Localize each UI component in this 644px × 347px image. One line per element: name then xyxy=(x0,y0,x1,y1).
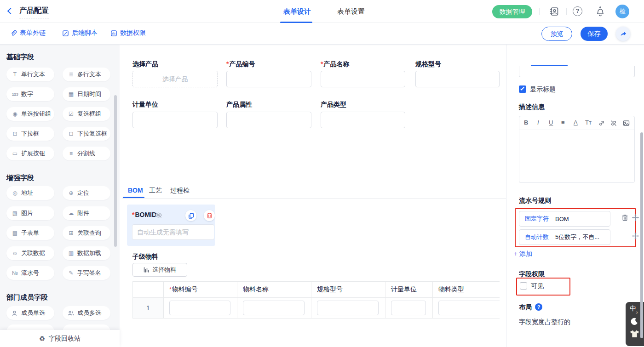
tab-form-design[interactable]: 表单设计 xyxy=(283,7,311,16)
material-name-input[interactable] xyxy=(243,301,305,315)
tab-form-settings[interactable]: 表单设置 xyxy=(337,7,365,16)
select-material-button[interactable]: 选择物料 xyxy=(132,263,187,277)
unit-cell-input[interactable] xyxy=(391,301,426,315)
field-item-checkbox-group[interactable]: ☑复选框组 xyxy=(63,107,110,121)
material-type-input[interactable] xyxy=(438,301,500,315)
tab-process-check[interactable]: 过程检 xyxy=(170,187,190,195)
address-book-icon[interactable] xyxy=(549,6,559,17)
textarea-icon: ≣ xyxy=(68,71,75,78)
eye-off-icon xyxy=(155,212,162,218)
notification-bell-icon[interactable] xyxy=(595,6,605,17)
field-item-extend-button[interactable]: ▭扩展按钮 xyxy=(6,147,54,160)
field-item-location[interactable]: ⊕定位 xyxy=(63,186,110,200)
field-item-multi-line-text[interactable]: ≣多行文本 xyxy=(63,68,110,81)
serial-rule-auto-count[interactable]: 自动计数 5位数字，不自... xyxy=(519,229,610,245)
font-color-icon[interactable]: A xyxy=(574,119,578,126)
field-item-attachment[interactable]: ☁附件 xyxy=(63,206,110,220)
move-rule-icon[interactable] xyxy=(632,214,639,222)
dropdown-icon: ⊡ xyxy=(12,131,18,137)
product-name-input[interactable] xyxy=(321,71,405,87)
field-label-product-name: *产品名称 xyxy=(321,60,349,68)
field-item-multi-dropdown[interactable]: ⊟下拉复选框 xyxy=(63,127,110,141)
underline-icon[interactable]: U xyxy=(549,119,553,126)
product-type-input[interactable] xyxy=(321,112,405,128)
show-title-checkbox[interactable] xyxy=(519,85,526,93)
product-code-input[interactable] xyxy=(226,71,311,87)
spec-model-input[interactable] xyxy=(415,71,500,87)
paperclip-icon xyxy=(10,30,17,37)
form-external-link[interactable]: 表单外链 xyxy=(10,29,46,37)
field-item-subform[interactable]: ▤子表单 xyxy=(6,226,54,240)
radio-icon: ◉ xyxy=(12,111,18,117)
language-toggle-icon[interactable]: 中ɔ xyxy=(630,305,636,313)
data-permission-link[interactable]: 数据权限 xyxy=(110,29,146,37)
select-product-input[interactable] xyxy=(132,71,218,87)
preview-button[interactable]: 预览 xyxy=(541,27,572,41)
field-item-datetime[interactable]: ▦日期时间 xyxy=(63,87,110,101)
product-attr-input[interactable] xyxy=(226,112,311,128)
back-icon[interactable] xyxy=(8,9,13,13)
layout-label: 布局 xyxy=(519,303,532,312)
align-icon[interactable]: ≡ xyxy=(561,119,565,126)
description-textarea[interactable] xyxy=(519,130,634,182)
delete-field-button[interactable] xyxy=(204,210,215,221)
field-item-number[interactable]: 123数字 xyxy=(6,87,54,101)
field-item-related-query[interactable]: ⊞关联查询 xyxy=(63,226,110,240)
field-item-image[interactable]: ▧图片 xyxy=(6,206,54,220)
move-rule-icon[interactable] xyxy=(632,232,639,240)
link-icon[interactable] xyxy=(598,120,605,126)
visible-checkbox[interactable] xyxy=(520,282,527,290)
unlink-icon[interactable] xyxy=(610,120,617,126)
description-editor[interactable]: B I U ≡ A Tᴛ xyxy=(519,116,635,183)
theme-tshirt-icon[interactable] xyxy=(630,330,639,338)
font-size-icon[interactable]: Tᴛ xyxy=(585,119,592,126)
col-header-material-code: *物料编号 xyxy=(164,282,237,298)
backend-script-link[interactable]: 后端脚本 xyxy=(62,29,98,37)
field-item-data-load[interactable]: ▥数据加载 xyxy=(63,246,110,260)
delete-rule-icon[interactable] xyxy=(621,214,628,222)
help-icon[interactable]: ? xyxy=(573,6,582,16)
sidebar-scrollbar[interactable] xyxy=(114,95,117,247)
spec-model-cell-input[interactable] xyxy=(317,301,379,315)
field-item-related-data[interactable]: ∞关联数据 xyxy=(6,246,54,260)
field-item-signature[interactable]: ✎手写签名 xyxy=(63,266,110,280)
material-code-input[interactable] xyxy=(169,301,230,315)
italic-icon[interactable]: I xyxy=(537,119,539,126)
divider xyxy=(566,8,567,15)
field-recycle-bin[interactable]: ♻ 字段回收站 xyxy=(0,330,120,347)
field-label-spec-model: 规格型号 xyxy=(415,60,441,68)
bold-icon[interactable]: B xyxy=(524,119,528,126)
field-label-unit: 计量单位 xyxy=(132,101,158,109)
data-manage-button[interactable]: 数据管理 xyxy=(492,5,532,18)
field-item-single-line-text[interactable]: T单行文本 xyxy=(6,68,54,81)
field-item-serial-number[interactable]: №流水号 xyxy=(6,266,54,280)
page-title[interactable]: 产品配置 xyxy=(19,6,49,18)
avatar[interactable]: 检 xyxy=(615,5,629,18)
dark-mode-moon-icon[interactable] xyxy=(630,317,639,326)
show-title-label: 显示标题 xyxy=(530,85,556,94)
field-item-member-multi[interactable]: 成员多选 xyxy=(63,306,110,320)
field-item-radio-group[interactable]: ◉单选按钮组 xyxy=(6,107,54,121)
col-header-unit: 计量单位 xyxy=(385,282,433,298)
field-item-address[interactable]: ◎地址 xyxy=(6,186,54,200)
copy-field-button[interactable] xyxy=(185,210,196,221)
divider-icon: ≡ xyxy=(68,150,75,157)
layout-help-icon[interactable]: ? xyxy=(535,303,542,311)
selected-field-card[interactable]: *BOMID xyxy=(127,205,215,246)
add-rule-link[interactable]: + 添加 xyxy=(514,250,532,258)
save-button[interactable]: 保存 xyxy=(581,27,608,41)
section-title-basic-fields: 基础字段 xyxy=(6,53,34,62)
share-button[interactable] xyxy=(616,27,630,41)
field-item-dropdown[interactable]: ⊡下拉框 xyxy=(6,127,54,141)
panel-scrollbar[interactable] xyxy=(640,132,643,338)
field-item-divider[interactable]: ≡分割线 xyxy=(63,147,110,160)
insert-image-icon[interactable] xyxy=(623,120,630,126)
bomid-input[interactable] xyxy=(132,224,214,240)
tab-process[interactable]: 工艺 xyxy=(149,187,162,195)
serial-rule-fixed-char[interactable]: 固定字符 BOM xyxy=(519,211,610,227)
unit-input[interactable] xyxy=(132,112,218,128)
tab-bom[interactable]: BOM xyxy=(128,187,143,194)
field-item-member-single[interactable]: 成员单选 xyxy=(6,306,54,320)
title-input-partial[interactable] xyxy=(519,66,635,77)
visible-label: 可见 xyxy=(531,282,544,290)
